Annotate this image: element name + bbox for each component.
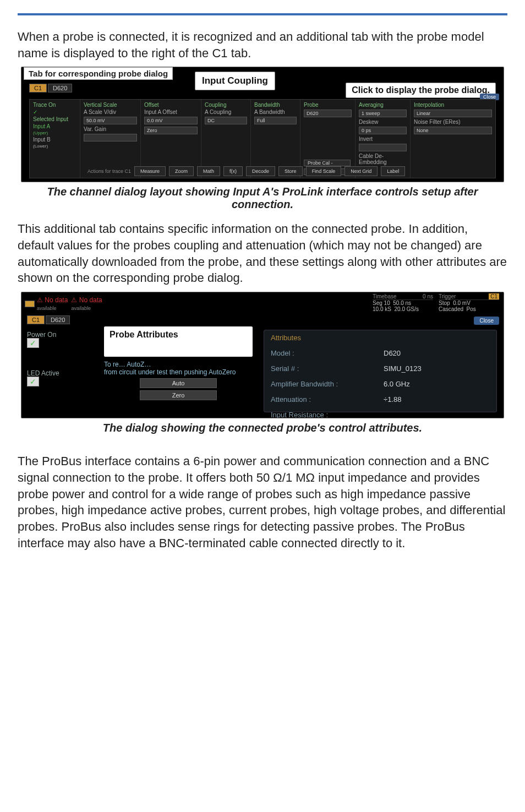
probe-attributes-screenshot: ⚠ No dataavailable ⚠ No dataavailable Ti…	[21, 292, 504, 418]
probe-attributes-heading: Probe Attributes	[110, 330, 247, 340]
acoupling-value[interactable]: DC	[205, 117, 247, 124]
probe-left-controls: Power On ✓ LED Active ✓	[27, 331, 99, 415]
no-data-badge-2: ⚠ No dataavailable	[71, 295, 102, 313]
bottom-paragraph: The ProBus interface contains a 6-pin po…	[18, 453, 507, 551]
autozero-desc: from circuit under test then pushing Aut…	[104, 368, 236, 376]
timebase-readout[interactable]: Timebase0 ns Seg 10 50.0 ns 10.0 kS 20.0…	[373, 293, 433, 313]
math-button[interactable]: Math	[197, 166, 220, 176]
vargain-label: Var. Gain	[84, 126, 137, 132]
trace-on-label: Trace On	[33, 102, 76, 108]
probe-cal-button[interactable]: Probe Cal -	[304, 160, 351, 166]
vargain-checkbox[interactable]	[84, 134, 137, 141]
attr-inres-value	[384, 411, 490, 418]
invert-checkbox[interactable]	[359, 144, 407, 151]
attr-model-label: Model :	[271, 349, 377, 363]
deskew-label: Deskew	[359, 119, 407, 125]
input-offset-label: Input A Offset	[144, 109, 198, 115]
tab-d620[interactable]: D620	[46, 315, 70, 324]
figure-1-caption: The channel dialog layout showing Input …	[18, 186, 507, 211]
averaging-value[interactable]: 1 sweep	[359, 110, 407, 117]
deskew-value[interactable]: 0 ps	[359, 127, 407, 134]
acoupling-label: A Coupling	[205, 109, 247, 115]
readout-right: Timebase0 ns Seg 10 50.0 ns 10.0 kS 20.0…	[373, 293, 499, 313]
input-b-lower: (Lower)	[33, 144, 76, 149]
tab-c1[interactable]: C1	[29, 84, 47, 92]
tab-c1[interactable]: C1	[27, 315, 45, 324]
zero-button[interactable]: Zero	[140, 390, 217, 400]
channel-dialog-screenshot: Tab for corresponding probe dialog Input…	[21, 67, 504, 182]
attr-attenuation-value: ÷1.88	[384, 395, 490, 410]
interpolation-value[interactable]: Linear	[414, 110, 492, 117]
zoom-button[interactable]: Zoom	[169, 166, 194, 176]
zero-button[interactable]: Zero	[144, 127, 198, 134]
bandwidth-header: Bandwidth	[254, 102, 297, 108]
trigger-readout[interactable]: TriggerC1 Stop 0.0 mV Cascaded Pos	[439, 293, 499, 313]
noise-filter-value[interactable]: None	[414, 127, 492, 134]
fx-button[interactable]: f(x)	[223, 166, 243, 176]
actions-row: Actions for trace C1 Measure Zoom Math f…	[88, 166, 405, 176]
auto-button[interactable]: Auto	[140, 378, 217, 388]
intro-paragraph: When a probe is connected, it is recogni…	[18, 29, 507, 61]
c1-badge-icon	[25, 301, 35, 307]
led-active-label: LED Active	[27, 369, 99, 377]
callout-input-coupling: Input Coupling	[195, 72, 275, 90]
no-data-badge-1: ⚠ No dataavailable	[25, 295, 68, 313]
find-scale-button[interactable]: Find Scale	[306, 166, 342, 176]
next-grid-button[interactable]: Next Grid	[344, 166, 378, 176]
attr-attenuation-label: Attenuation :	[271, 395, 377, 410]
trace-on-checkbox[interactable]: ✓	[33, 109, 76, 115]
top-readout-bar: ⚠ No dataavailable ⚠ No dataavailable Ti…	[21, 292, 504, 313]
attr-model-value: D620	[384, 349, 490, 363]
cable-deembedding-label: Cable De-Embedding	[359, 153, 407, 165]
interpolation-header: Interpolation	[414, 102, 492, 108]
input-b-label[interactable]: Input B	[33, 137, 76, 143]
attr-serial-label: Serial # :	[271, 364, 377, 379]
invert-label: Invert	[359, 136, 407, 142]
header-rule	[18, 13, 507, 15]
measure-button[interactable]: Measure	[134, 166, 166, 176]
offset-header: Offset	[144, 102, 198, 108]
figure-2-caption: The dialog showing the connected probe's…	[18, 422, 507, 434]
selected-input-label: Selected Input	[33, 116, 76, 122]
coupling-header: Coupling	[205, 102, 247, 108]
input-offset-value[interactable]: 0.0 mV	[144, 117, 198, 124]
decode-button[interactable]: Decode	[246, 166, 275, 176]
ascale-label: A Scale V/div	[84, 109, 137, 115]
input-a-label[interactable]: Input A	[33, 123, 76, 129]
noise-filter-label: Noise Filter (ERes)	[414, 119, 492, 125]
probe-attributes-callout: Probe Attributes	[104, 326, 253, 357]
averaging-header: Averaging	[359, 102, 407, 108]
callout-display-probe-dialog: Click to display the probe dialog.	[346, 83, 496, 98]
autozero-block: To re… AutoZ… from circuit under test th…	[104, 361, 253, 402]
abandwidth-value[interactable]: Full	[254, 117, 297, 124]
channel-tabs: C1 D620	[29, 84, 72, 92]
middle-paragraph: This additional tab contains specific in…	[18, 221, 507, 286]
input-a-upper: (Upper)	[33, 130, 76, 135]
attr-ampbw-value: 6.0 GHz	[384, 380, 490, 394]
abandwidth-label: A Bandwidth	[254, 109, 297, 115]
power-on-checkbox[interactable]: ✓	[27, 338, 39, 348]
tab-d620[interactable]: D620	[48, 84, 72, 92]
attr-serial-value: SIMU_0123	[384, 364, 490, 379]
store-button[interactable]: Store	[278, 166, 303, 176]
power-on-label: Power On	[27, 331, 99, 339]
screenshot-callout-tab: Tab for corresponding probe dialog	[24, 67, 173, 80]
attributes-header: Attributes	[271, 334, 490, 348]
actions-header: Actions for trace C1	[88, 168, 131, 174]
probe-d620[interactable]: D620	[304, 110, 352, 117]
probe-tabs: C1 D620	[27, 315, 70, 324]
led-active-checkbox[interactable]: ✓	[27, 377, 39, 386]
ascale-value[interactable]: 50.0 mV	[84, 117, 137, 124]
attr-ampbw-label: Amplifier Bandwidth :	[271, 380, 377, 394]
autoz-text: AutoZ…	[127, 361, 151, 368]
attr-inres-label: Input Resistance :	[271, 411, 377, 418]
to-re-text: To re…	[104, 361, 125, 368]
probe-header: Probe	[304, 102, 352, 108]
label-button[interactable]: Label	[381, 166, 405, 176]
close-button[interactable]: Close	[474, 317, 499, 325]
attributes-panel: Attributes Model : D620 Serial # : SIMU_…	[264, 330, 497, 412]
vertical-scale-header: Vertical Scale	[84, 102, 137, 108]
